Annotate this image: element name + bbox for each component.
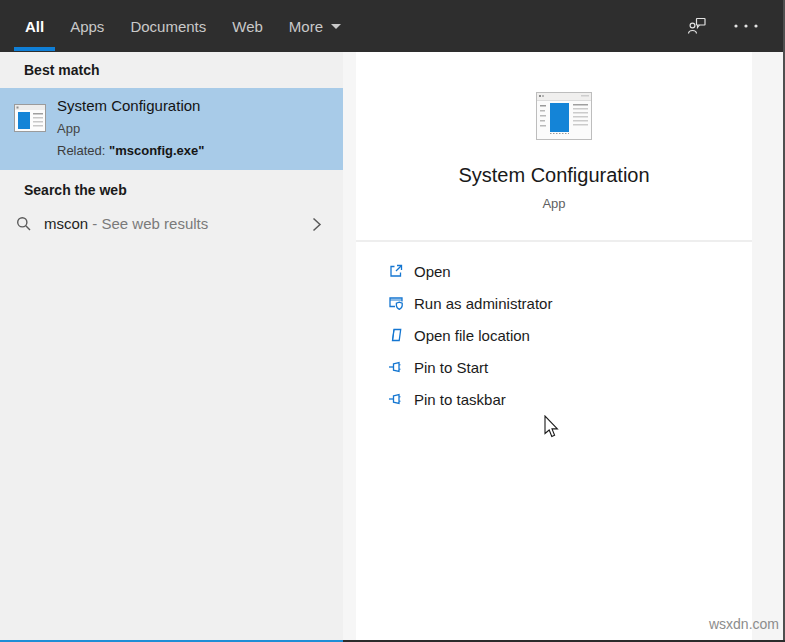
left-panel-scrollbar-track[interactable] [343,52,356,640]
action-open[interactable]: Open [356,255,752,287]
tab-all[interactable]: All [12,0,57,52]
tab-web-label: Web [232,18,263,35]
web-query: mscon [44,215,88,232]
search-web-header: Search the web [24,182,127,198]
feedback-icon[interactable] [687,17,707,36]
action-pin-to-start[interactable]: Pin to Start [356,351,752,383]
divider [356,240,783,242]
preview-title: System Configuration [356,164,752,187]
best-match-result[interactable]: System Configuration App Related: "mscon… [0,88,343,170]
pin-icon [388,391,404,407]
search-filter-bar: All Apps Documents Web More [0,0,785,52]
ellipsis-icon[interactable] [733,23,759,29]
right-panel-scrollbar-track[interactable] [752,52,783,640]
msconfig-app-icon [14,102,46,134]
preview-subtitle: App [356,196,752,211]
tab-web[interactable]: Web [219,0,276,52]
preview-panel: System Configuration App Open Run as adm… [356,52,752,640]
best-match-related: Related: "msconfig.exe" [57,143,204,158]
tab-apps[interactable]: Apps [57,0,117,52]
tab-more-label: More [289,18,323,35]
open-file-location-icon [388,327,404,343]
action-label: Pin to taskbar [414,391,506,408]
best-match-header: Best match [24,62,99,78]
mouse-cursor [544,415,560,439]
web-search-result[interactable]: mscon - See web results [0,205,343,243]
web-search-text: mscon - See web results [44,215,208,232]
watermark: wsxdn.com [695,616,779,632]
search-icon [16,216,32,232]
tab-all-label: All [25,18,44,35]
related-value: "msconfig.exe" [109,143,204,158]
tab-documents[interactable]: Documents [117,0,219,52]
msconfig-app-icon [536,92,592,140]
action-run-as-administrator[interactable]: Run as administrator [356,287,752,319]
search-results-panel: Best match System Configuration App Rela… [0,52,343,640]
tab-apps-label: Apps [70,18,104,35]
best-match-title: System Configuration [57,97,200,114]
best-match-type: App [57,121,80,136]
action-label: Open file location [414,327,530,344]
related-prefix: Related: [57,143,109,158]
action-label: Pin to Start [414,359,488,376]
open-icon [388,263,404,279]
action-label: Open [414,263,451,280]
action-label: Run as administrator [414,295,552,312]
tab-documents-label: Documents [130,18,206,35]
tab-more[interactable]: More [276,0,354,52]
run-as-admin-icon [388,295,404,311]
action-pin-to-taskbar[interactable]: Pin to taskbar [356,383,752,415]
chevron-down-icon [331,24,341,29]
web-suffix: - See web results [88,215,208,232]
pin-icon [388,359,404,375]
chevron-right-icon[interactable] [312,217,322,232]
action-open-file-location[interactable]: Open file location [356,319,752,351]
